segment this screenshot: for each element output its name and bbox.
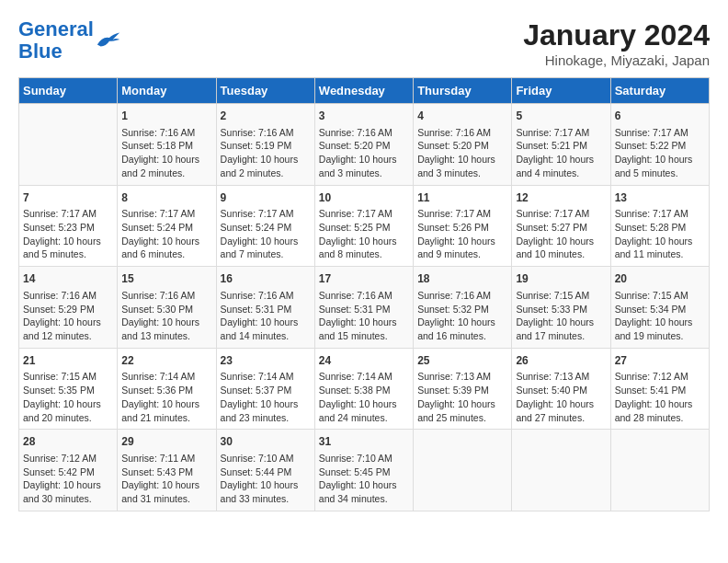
- calendar-cell: [610, 430, 709, 511]
- calendar-cell: 8Sunrise: 7:17 AMSunset: 5:24 PMDaylight…: [118, 185, 216, 267]
- calendar-cell: 26Sunrise: 7:13 AMSunset: 5:40 PMDayligh…: [512, 348, 610, 430]
- calendar-week-row: 1Sunrise: 7:16 AMSunset: 5:18 PMDaylight…: [19, 104, 710, 186]
- day-info: Sunrise: 7:17 AMSunset: 5:25 PMDaylight:…: [319, 207, 409, 261]
- day-number: 5: [516, 109, 606, 124]
- calendar-cell: 10Sunrise: 7:17 AMSunset: 5:25 PMDayligh…: [314, 185, 413, 267]
- logo-bird-icon: [96, 29, 121, 49]
- calendar-cell: 17Sunrise: 7:16 AMSunset: 5:31 PMDayligh…: [314, 267, 413, 349]
- calendar-cell: 27Sunrise: 7:12 AMSunset: 5:41 PMDayligh…: [610, 348, 709, 430]
- day-number: 21: [23, 353, 113, 369]
- day-info: Sunrise: 7:17 AMSunset: 5:24 PMDaylight:…: [121, 207, 211, 261]
- logo-text: General Blue: [18, 18, 94, 63]
- page-header: General Blue January 2024 Hinokage, Miya…: [18, 18, 710, 68]
- calendar-header-row: SundayMondayTuesdayWednesdayThursdayFrid…: [19, 78, 710, 104]
- day-number: 3: [319, 109, 409, 124]
- calendar-cell: [19, 104, 118, 186]
- day-info: Sunrise: 7:17 AMSunset: 5:22 PMDaylight:…: [615, 126, 705, 180]
- calendar-cell: 18Sunrise: 7:16 AMSunset: 5:32 PMDayligh…: [414, 267, 512, 349]
- day-info: Sunrise: 7:15 AMSunset: 5:34 PMDaylight:…: [615, 289, 705, 343]
- calendar-cell: 31Sunrise: 7:10 AMSunset: 5:45 PMDayligh…: [314, 430, 413, 511]
- calendar-cell: 24Sunrise: 7:14 AMSunset: 5:38 PMDayligh…: [314, 348, 413, 430]
- day-number: 13: [615, 190, 705, 206]
- calendar-cell: 20Sunrise: 7:15 AMSunset: 5:34 PMDayligh…: [610, 267, 709, 349]
- day-info: Sunrise: 7:16 AMSunset: 5:20 PMDaylight:…: [319, 126, 409, 180]
- calendar-week-row: 21Sunrise: 7:15 AMSunset: 5:35 PMDayligh…: [19, 348, 710, 430]
- day-number: 25: [417, 353, 507, 369]
- day-info: Sunrise: 7:13 AMSunset: 5:40 PMDaylight:…: [516, 370, 606, 424]
- calendar-cell: 29Sunrise: 7:11 AMSunset: 5:43 PMDayligh…: [118, 430, 216, 511]
- day-number: 26: [516, 353, 606, 369]
- calendar-cell: 1Sunrise: 7:16 AMSunset: 5:18 PMDaylight…: [118, 104, 216, 186]
- day-info: Sunrise: 7:16 AMSunset: 5:20 PMDaylight:…: [417, 126, 507, 180]
- day-number: 19: [516, 271, 606, 287]
- calendar-cell: 11Sunrise: 7:17 AMSunset: 5:26 PMDayligh…: [414, 185, 512, 267]
- calendar-cell: 22Sunrise: 7:14 AMSunset: 5:36 PMDayligh…: [118, 348, 216, 430]
- day-number: 10: [319, 190, 409, 206]
- weekday-header-tuesday: Tuesday: [216, 78, 314, 104]
- calendar-cell: 12Sunrise: 7:17 AMSunset: 5:27 PMDayligh…: [512, 185, 610, 267]
- calendar-cell: 7Sunrise: 7:17 AMSunset: 5:23 PMDaylight…: [19, 185, 118, 267]
- page-subtitle: Hinokage, Miyazaki, Japan: [523, 52, 710, 68]
- day-number: 4: [417, 109, 507, 124]
- calendar-cell: 15Sunrise: 7:16 AMSunset: 5:30 PMDayligh…: [118, 267, 216, 349]
- day-number: 24: [319, 353, 409, 369]
- day-info: Sunrise: 7:15 AMSunset: 5:35 PMDaylight:…: [23, 370, 113, 424]
- weekday-header-thursday: Thursday: [414, 78, 512, 104]
- calendar-week-row: 28Sunrise: 7:12 AMSunset: 5:42 PMDayligh…: [19, 430, 710, 511]
- day-info: Sunrise: 7:16 AMSunset: 5:31 PMDaylight:…: [221, 289, 311, 343]
- day-info: Sunrise: 7:12 AMSunset: 5:42 PMDaylight:…: [23, 452, 113, 506]
- weekday-header-saturday: Saturday: [610, 78, 709, 104]
- day-number: 2: [221, 109, 311, 124]
- day-number: 18: [417, 271, 507, 287]
- day-number: 31: [319, 434, 409, 450]
- day-number: 14: [23, 271, 113, 287]
- day-info: Sunrise: 7:17 AMSunset: 5:23 PMDaylight:…: [23, 207, 113, 261]
- day-number: 9: [221, 190, 311, 206]
- day-info: Sunrise: 7:16 AMSunset: 5:31 PMDaylight:…: [319, 289, 409, 343]
- calendar-cell: 13Sunrise: 7:17 AMSunset: 5:28 PMDayligh…: [610, 185, 709, 267]
- day-info: Sunrise: 7:11 AMSunset: 5:43 PMDaylight:…: [121, 452, 211, 506]
- calendar-cell: 28Sunrise: 7:12 AMSunset: 5:42 PMDayligh…: [19, 430, 118, 511]
- day-info: Sunrise: 7:12 AMSunset: 5:41 PMDaylight:…: [615, 370, 705, 424]
- calendar-cell: 14Sunrise: 7:16 AMSunset: 5:29 PMDayligh…: [19, 267, 118, 349]
- day-number: 23: [221, 353, 311, 369]
- day-number: 11: [417, 190, 507, 206]
- day-info: Sunrise: 7:10 AMSunset: 5:44 PMDaylight:…: [221, 452, 311, 506]
- day-info: Sunrise: 7:17 AMSunset: 5:21 PMDaylight:…: [516, 126, 606, 180]
- calendar-cell: 6Sunrise: 7:17 AMSunset: 5:22 PMDaylight…: [610, 104, 709, 186]
- calendar-cell: 4Sunrise: 7:16 AMSunset: 5:20 PMDaylight…: [414, 104, 512, 186]
- day-info: Sunrise: 7:14 AMSunset: 5:37 PMDaylight:…: [221, 370, 311, 424]
- calendar-cell: 21Sunrise: 7:15 AMSunset: 5:35 PMDayligh…: [19, 348, 118, 430]
- calendar-cell: 9Sunrise: 7:17 AMSunset: 5:24 PMDaylight…: [216, 185, 314, 267]
- weekday-header-wednesday: Wednesday: [314, 78, 413, 104]
- calendar-week-row: 7Sunrise: 7:17 AMSunset: 5:23 PMDaylight…: [19, 185, 710, 267]
- title-block: January 2024 Hinokage, Miyazaki, Japan: [523, 18, 710, 68]
- weekday-header-monday: Monday: [118, 78, 216, 104]
- weekday-header-friday: Friday: [512, 78, 610, 104]
- calendar-week-row: 14Sunrise: 7:16 AMSunset: 5:29 PMDayligh…: [19, 267, 710, 349]
- day-info: Sunrise: 7:17 AMSunset: 5:24 PMDaylight:…: [221, 207, 311, 261]
- day-number: 17: [319, 271, 409, 287]
- day-info: Sunrise: 7:16 AMSunset: 5:19 PMDaylight:…: [221, 126, 311, 180]
- day-number: 30: [221, 434, 311, 450]
- day-info: Sunrise: 7:17 AMSunset: 5:26 PMDaylight:…: [417, 207, 507, 261]
- day-number: 16: [221, 271, 311, 287]
- day-info: Sunrise: 7:16 AMSunset: 5:29 PMDaylight:…: [23, 289, 113, 343]
- day-number: 8: [121, 190, 211, 206]
- day-number: 27: [615, 353, 705, 369]
- day-info: Sunrise: 7:16 AMSunset: 5:32 PMDaylight:…: [417, 289, 507, 343]
- calendar-cell: 23Sunrise: 7:14 AMSunset: 5:37 PMDayligh…: [216, 348, 314, 430]
- day-number: 12: [516, 190, 606, 206]
- calendar-cell: [512, 430, 610, 511]
- logo: General Blue: [18, 18, 121, 63]
- calendar-table: SundayMondayTuesdayWednesdayThursdayFrid…: [18, 77, 710, 511]
- calendar-cell: 19Sunrise: 7:15 AMSunset: 5:33 PMDayligh…: [512, 267, 610, 349]
- day-number: 29: [121, 434, 211, 450]
- day-number: 22: [121, 353, 211, 369]
- day-number: 6: [615, 109, 705, 124]
- day-info: Sunrise: 7:16 AMSunset: 5:18 PMDaylight:…: [121, 126, 211, 180]
- day-info: Sunrise: 7:16 AMSunset: 5:30 PMDaylight:…: [121, 289, 211, 343]
- day-number: 1: [121, 109, 211, 124]
- day-info: Sunrise: 7:13 AMSunset: 5:39 PMDaylight:…: [417, 370, 507, 424]
- day-info: Sunrise: 7:15 AMSunset: 5:33 PMDaylight:…: [516, 289, 606, 343]
